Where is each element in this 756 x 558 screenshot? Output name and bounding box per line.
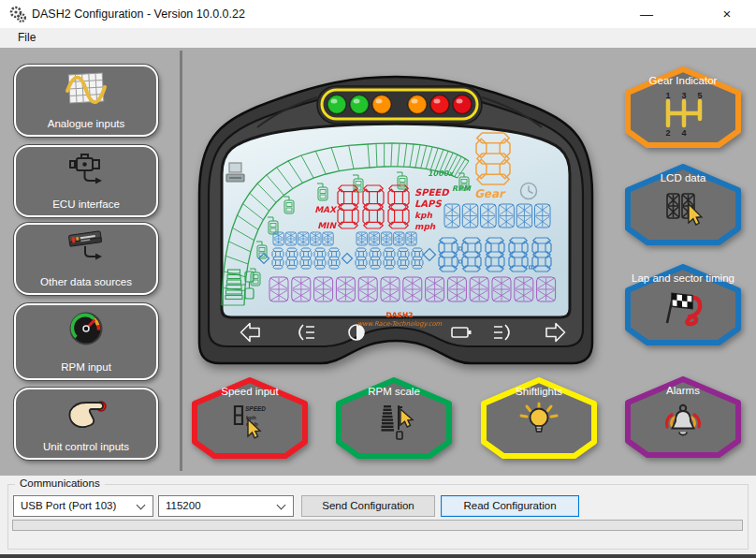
config-button-speed-input[interactable]: Speed input SPEED kph mph — [187, 373, 313, 463]
lcd-max-label: MAX — [314, 205, 338, 214]
config-button-lcd-data[interactable]: LCD data — [620, 159, 746, 249]
config-button-label: RPM scale — [331, 386, 457, 397]
dash2-brand: DASH2 — [386, 311, 414, 319]
sidebar-item-label: Analogue inputs — [16, 118, 156, 129]
lcd-1000x-label: 1000x — [428, 169, 455, 178]
svg-text:1: 1 — [665, 91, 670, 100]
communications-groupbox — [7, 484, 749, 550]
speed-display-icon: SPEED kph mph — [229, 402, 270, 445]
communications-label: Communications — [15, 477, 105, 489]
config-button-label: Gear Indicator — [620, 75, 746, 86]
config-button-label: Shiftlights — [476, 386, 602, 397]
baud-select[interactable]: 115200 — [158, 495, 294, 517]
send-configuration-button[interactable]: Send Configuration — [301, 495, 435, 517]
lcd-gear-label: Gear — [474, 187, 506, 200]
svg-text:2: 2 — [665, 128, 670, 138]
sidebar-item-analogue-inputs[interactable]: Analogue inputs — [14, 65, 158, 137]
config-button-gear-indicator[interactable]: Gear Indicator 135 24 — [620, 62, 746, 152]
app-window: DASH2 Configuration - Version 10.0.0.22 … — [0, 0, 756, 558]
minimize-icon: — — [640, 0, 653, 28]
config-button-label: Speed input — [187, 386, 313, 397]
hand-button-icon — [65, 394, 108, 435]
svg-text:SPEED: SPEED — [245, 405, 266, 412]
window-title: DASH2 Configuration - Version 10.0.0.22 — [32, 0, 245, 28]
menu-file[interactable]: File — [9, 28, 44, 48]
chequered-flag-icon — [661, 288, 705, 333]
menu-bar: File — [0, 28, 756, 48]
config-button-rpm-scale[interactable]: RPM scale — [331, 373, 457, 463]
main-content: Analogue inputs ECU interface — [0, 48, 756, 476]
lcd-kph-label: kph — [414, 211, 432, 220]
svg-text:4: 4 — [681, 128, 686, 138]
lcd-mph-label: mph — [414, 222, 436, 231]
config-button-shiftlights[interactable]: Shiftlights — [476, 373, 602, 463]
data-logger-icon — [65, 229, 108, 271]
analogue-grid-sine-icon — [65, 71, 108, 112]
chevron-down-icon — [137, 501, 146, 510]
chevron-down-icon — [277, 501, 286, 510]
config-button-label: Alarms — [620, 385, 746, 396]
minimize-button[interactable]: — — [625, 0, 668, 28]
sidebar-item-other-data-sources[interactable]: Other data sources — [14, 223, 158, 295]
sidebar-item-rpm-input[interactable]: RPM input — [14, 303, 158, 380]
port-select-value: USB Port (Port 103) — [21, 500, 116, 511]
sidebar-item-unit-control-inputs[interactable]: Unit control inputs — [14, 388, 158, 460]
communications-section: Communications USB Port (Port 103) 11520… — [0, 476, 756, 558]
port-select[interactable]: USB Port (Port 103) — [13, 495, 153, 517]
lcd-min-label: MIN — [317, 221, 337, 230]
sidebar-item-label: Other data sources — [16, 276, 156, 287]
engine-icon — [65, 152, 108, 195]
title-bar: DASH2 Configuration - Version 10.0.0.22 … — [0, 0, 756, 28]
config-button-alarms[interactable]: Alarms — [620, 372, 746, 462]
lcd-speed-label: SPEED — [414, 187, 449, 198]
app-gears-icon — [8, 5, 27, 27]
bulb-icon — [517, 402, 560, 443]
close-icon: × — [723, 0, 732, 28]
gear-pattern-icon: 135 24 — [658, 91, 708, 141]
svg-text:5: 5 — [697, 91, 702, 100]
tachometer-icon — [65, 310, 108, 353]
lcd-laps-label: LAPS — [414, 198, 442, 209]
segment-display-icon — [661, 188, 705, 233]
sidebar-item-label: Unit control inputs — [16, 441, 156, 452]
svg-text:3: 3 — [681, 91, 686, 100]
config-button-label: LCD data — [620, 172, 746, 184]
read-configuration-button[interactable]: Read Configuration — [441, 495, 579, 517]
alarm-bell-icon — [660, 401, 706, 444]
close-button[interactable]: × — [705, 0, 749, 28]
config-button-label: Lap and sector timing — [620, 272, 746, 284]
rpm-bar-icon — [373, 402, 414, 445]
lcd-rpm-label: RPM — [452, 184, 472, 193]
dash2-display-preview: MAX MIN SPEED LAPS kph mph 1000x RPM Gea… — [190, 54, 602, 373]
baud-select-value: 115200 — [166, 500, 201, 511]
brand-url: www.Race-Technology.com — [357, 320, 443, 328]
status-progress-bar — [12, 520, 743, 531]
sidebar-item-ecu-interface[interactable]: ECU interface — [14, 145, 158, 217]
config-button-lap-sector-timing[interactable]: Lap and sector timing — [620, 259, 746, 349]
sidebar-item-label: ECU interface — [16, 198, 156, 210]
sidebar-item-label: RPM input — [16, 361, 156, 373]
vertical-divider — [180, 51, 182, 471]
window-bottom-edge — [0, 554, 756, 558]
